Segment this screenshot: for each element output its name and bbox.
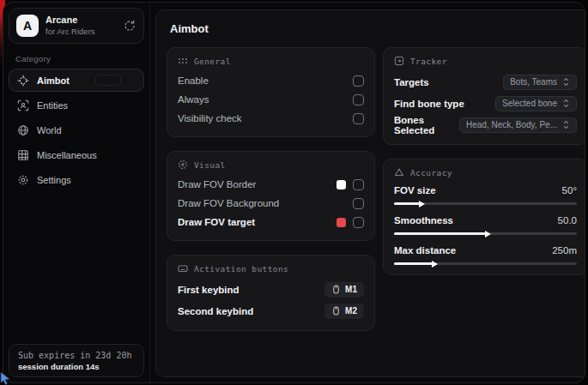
setting-label: Max distance [394, 245, 456, 256]
slider-group: FOV size 50° [394, 183, 577, 205]
sidebar: A Arcane for Arc Riders Category Aimbot [3, 3, 150, 382]
card-title: Tracker [410, 57, 447, 66]
setting-row: Always [178, 90, 364, 109]
setting-label: Smoothness [394, 215, 453, 226]
setting-label: Bones Selected [394, 115, 459, 135]
accuracy-card: Accuracy FOV size 50° [383, 159, 585, 275]
subscription-card: Sub expires in 23d 20h session duration … [9, 344, 144, 377]
mouse-cursor [0, 371, 12, 385]
slider-value: 250m [552, 245, 577, 256]
sidebar-item-entities[interactable]: Entities [9, 93, 144, 117]
session-duration-text: session duration 14s [18, 362, 135, 371]
targets-dropdown[interactable]: Bots, Teams [503, 75, 577, 90]
setting-label: Draw FOV Background [178, 198, 279, 208]
dropdown-value: Head, Neck, Body, Pe... [466, 120, 557, 129]
unfold-icon [562, 99, 570, 108]
setting-row: Targets Bots, Teams [394, 71, 577, 93]
draw-fov-target-checkbox[interactable] [353, 217, 364, 228]
category-label: Category [15, 54, 144, 63]
mouse-icon [331, 306, 341, 316]
unfold-icon [562, 77, 570, 87]
keybind-value: M2 [345, 306, 357, 316]
boxed-arrow-icon [394, 56, 404, 66]
sync-icon[interactable] [123, 19, 136, 33]
draw-fov-background-checkbox[interactable] [353, 198, 364, 209]
app-window: A Arcane for Arc Riders Category Aimbot [3, 2, 585, 383]
setting-row: Second keybind M2 [178, 300, 364, 322]
second-keybind-button[interactable]: M2 [324, 304, 364, 319]
unfold-icon [562, 120, 570, 129]
setting-row: Visibility check [178, 109, 364, 128]
sidebar-item-miscellaneous[interactable]: Miscellaneous [9, 143, 144, 166]
card-title: Visual [194, 160, 226, 170]
sidebar-nav: Aimbot Entities World [9, 69, 144, 191]
setting-row: Draw FOV Background [178, 194, 364, 213]
slider-thumb[interactable] [419, 201, 425, 208]
setting-label: Enable [178, 75, 209, 86]
slider-group: Smoothness 50.0 [394, 213, 577, 235]
scan-person-icon [17, 99, 29, 111]
sidebar-item-label: Aimbot [37, 75, 70, 86]
main-area: Aimbot General Enabl [150, 3, 585, 382]
fov-target-color-swatch[interactable] [336, 218, 346, 227]
dropdown-value: Selected bone [502, 99, 557, 108]
setting-label: Draw FOV target [178, 217, 255, 227]
slider-thumb[interactable] [432, 261, 438, 268]
setting-label: First keybind [178, 285, 239, 295]
sidebar-item-label: World [37, 125, 62, 135]
setting-label: Find bone type [394, 99, 464, 109]
setting-row: Bones Selected Head, Neck, Body, Pe... [394, 114, 577, 135]
slider-value: 50° [562, 185, 577, 196]
sidebar-item-world[interactable]: World [9, 118, 144, 141]
page-title: Aimbot [170, 22, 585, 35]
find-bone-type-dropdown[interactable]: Selected bone [495, 96, 577, 111]
slider-value: 50.0 [558, 215, 577, 226]
setting-row: Enable [178, 71, 364, 90]
setting-row: Draw FOV Border [178, 175, 364, 194]
crosshair-icon [17, 75, 29, 87]
app-name: Arcane [45, 15, 116, 27]
gear-icon [17, 174, 29, 186]
setting-label: Second keybind [178, 306, 253, 316]
tracker-card: Tracker Targets Bots, Teams [383, 47, 585, 145]
keybind-ghost-chip [95, 75, 121, 86]
main-panel: Aimbot General Enabl [155, 9, 585, 377]
fov-border-color-swatch[interactable] [336, 180, 346, 189]
sidebar-item-settings[interactable]: Settings [9, 168, 144, 191]
card-title: General [194, 57, 231, 66]
general-card: General Enable Always Visibility check [167, 47, 375, 137]
fov-size-slider[interactable] [394, 202, 577, 205]
setting-label: Targets [394, 77, 429, 87]
sidebar-item-label: Entities [37, 100, 68, 111]
enable-checkbox[interactable] [353, 75, 364, 87]
sub-expires-text: Sub expires in 23d 20h [18, 351, 135, 360]
visibility-check-checkbox[interactable] [353, 113, 364, 124]
sidebar-item-label: Miscellaneous [37, 150, 97, 160]
bones-selected-dropdown[interactable]: Head, Neck, Body, Pe... [459, 117, 577, 133]
dropdown-value: Bots, Teams [510, 77, 557, 87]
setting-row: Draw FOV target [178, 213, 364, 232]
slider-thumb[interactable] [485, 231, 491, 238]
setting-label: Visibility check [178, 113, 242, 123]
app-logo: A [16, 15, 39, 37]
setting-row: First keybind M1 [178, 279, 364, 300]
grid-icon [17, 149, 29, 161]
always-checkbox[interactable] [353, 94, 364, 105]
globe-icon [17, 124, 29, 136]
triangle-icon [394, 167, 404, 177]
smoothness-slider[interactable] [394, 232, 577, 235]
first-keybind-button[interactable]: M1 [324, 282, 364, 298]
keyboard-icon [178, 263, 188, 274]
keybind-value: M1 [345, 285, 357, 294]
card-title: Accuracy [410, 168, 452, 177]
sidebar-item-label: Settings [37, 175, 71, 185]
activation-card: Activation buttons First keybind M1 [167, 255, 375, 331]
dots-grid-icon [178, 56, 188, 66]
draw-fov-border-checkbox[interactable] [353, 179, 364, 190]
max-distance-slider[interactable] [394, 262, 577, 265]
app-subtitle: for Arc Riders [45, 27, 116, 37]
slider-group: Max distance 250m [394, 243, 577, 265]
brand-card: A Arcane for Arc Riders [9, 8, 144, 44]
setting-label: Always [178, 94, 209, 105]
sidebar-item-aimbot[interactable]: Aimbot [9, 69, 144, 92]
